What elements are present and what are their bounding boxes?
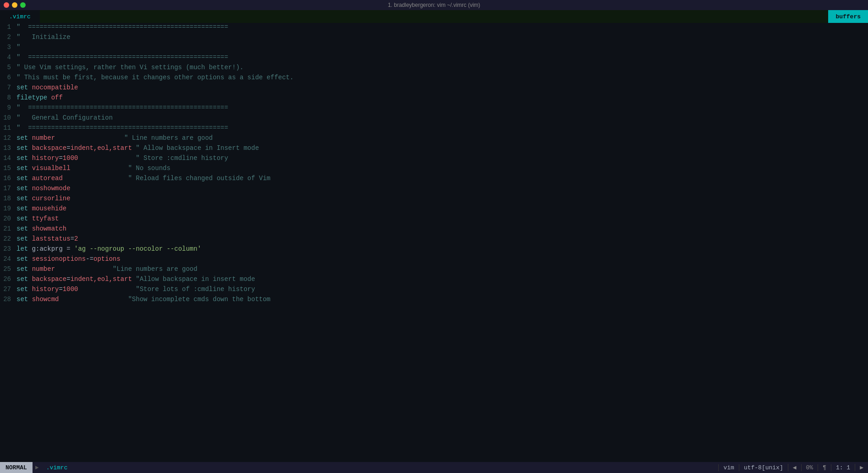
editor-line: 27set history=1000 "Store lots of :cmdli… (0, 285, 868, 295)
line-number: 23 (0, 245, 16, 253)
status-bar: NORMAL ► .vimrc vim utf-8[unix] ◀ 0% ¶ 1… (0, 462, 868, 473)
title-bar: 1. bradleybergeron: vim ~/.vimrc (vim) (0, 0, 868, 10)
code-segment: set (16, 185, 28, 192)
line-number: 22 (0, 235, 16, 242)
mode-indicator: NORMAL (0, 462, 33, 473)
line-number: 21 (0, 225, 16, 232)
code-segment: 2 (74, 235, 78, 242)
code-segment: set (16, 286, 28, 293)
editor-line: 9" =====================================… (0, 104, 868, 114)
editor-line: 1" =====================================… (0, 23, 868, 33)
line-content: " Use Vim settings, rather then Vi setti… (16, 64, 868, 71)
line-number: 20 (0, 215, 16, 222)
code-segment (59, 296, 128, 303)
maximize-button[interactable] (20, 2, 26, 8)
editor-line: 14set history=1000 " Store :cmdline hist… (0, 154, 868, 164)
code-segment (28, 165, 32, 172)
editor-line: 16set autoread " Reload files changed ou… (0, 174, 868, 184)
code-segment: = (59, 154, 62, 162)
code-segment: sessionoptions (32, 255, 86, 263)
code-segment (28, 275, 32, 283)
code-segment: "Allow backspace in insert mode (136, 275, 255, 283)
code-segment: " Initialize (16, 33, 71, 41)
code-segment: let (16, 245, 28, 253)
code-segment: set (16, 215, 28, 222)
line-content: set laststatus=2 (16, 235, 868, 242)
line-content: filetype off (16, 94, 868, 101)
close-button[interactable] (4, 2, 9, 8)
code-segment: ttyfast (32, 215, 59, 222)
status-right: vim utf-8[unix] ◀ 0% ¶ 1: 1 ▶ (718, 464, 868, 471)
line-number: 25 (0, 265, 16, 273)
editor-line: 4" =====================================… (0, 53, 868, 63)
editor-line: 12set number " Line numbers are good (0, 134, 868, 144)
code-segment: set (16, 265, 28, 273)
code-segment (28, 134, 32, 142)
code-segment (78, 286, 136, 293)
code-segment (55, 265, 113, 273)
line-content: set nocompatible (16, 84, 868, 91)
line-content: set cursorline (16, 195, 868, 202)
code-segment: set (16, 225, 28, 232)
editor-line: 18set cursorline (0, 194, 868, 204)
line-content: " This must be first, because it changes… (16, 74, 868, 81)
status-filename: .vimrc (42, 464, 72, 471)
code-segment: set (16, 296, 28, 303)
code-segment: showcmd (32, 296, 59, 303)
line-number: 2 (0, 33, 16, 41)
editor-line: 22set laststatus=2 (0, 235, 868, 245)
editor-line: 6" This must be first, because it change… (0, 73, 868, 83)
code-segment: set (16, 175, 28, 182)
editor-line: 28set showcmd "Show incomplete cmds down… (0, 295, 868, 305)
code-segment (71, 165, 128, 172)
editor-line: 25set number "Line numbers are good (0, 265, 868, 275)
code-segment: "Line numbers are good (113, 265, 197, 273)
status-scroll-right-arrow: ▶ (855, 464, 868, 471)
line-number: 24 (0, 255, 16, 263)
code-segment: number (32, 265, 55, 273)
code-segment: ========================================… (20, 54, 228, 61)
code-segment: "Store lots of :cmdline history (136, 286, 255, 293)
buffers-button[interactable]: buffers (828, 10, 868, 23)
editor-line: 11" ====================================… (0, 124, 868, 134)
line-number: 28 (0, 296, 16, 303)
code-segment (28, 144, 32, 152)
code-segment: cursorline (32, 195, 71, 202)
line-content: " Initialize (16, 33, 868, 41)
editor-line: 3" (0, 43, 868, 53)
code-segment: " Line numbers are good (124, 134, 213, 142)
line-content: " (16, 44, 868, 51)
line-number: 14 (0, 154, 16, 162)
line-content: set number "Line numbers are good (16, 265, 868, 273)
code-segment: history (32, 286, 59, 293)
code-segment: backspace (32, 144, 67, 152)
code-segment (28, 265, 32, 273)
code-segment (28, 286, 32, 293)
code-segment: set (16, 84, 28, 91)
line-number: 13 (0, 144, 16, 152)
line-content: " ======================================… (16, 124, 868, 132)
editor-line: 8filetype off (0, 94, 868, 104)
line-content: " ======================================… (16, 54, 868, 61)
code-segment: autoread (32, 175, 63, 182)
window-title: 1. bradleybergeron: vim ~/.vimrc (vim) (388, 2, 480, 8)
code-segment: g:ackprg = (28, 245, 74, 253)
line-number: 7 (0, 84, 16, 91)
code-segment (28, 296, 32, 303)
code-segment: ========================================… (20, 104, 228, 111)
line-content: set showcmd "Show incomplete cmds down t… (16, 296, 868, 303)
code-segment: " Reload files changed outside of Vim (128, 175, 271, 182)
status-position: 1: 1 (831, 464, 855, 471)
code-segment (28, 185, 32, 192)
code-segment: filetype (16, 94, 47, 101)
code-segment: mousehide (32, 205, 67, 212)
code-segment: set (16, 144, 28, 152)
active-tab[interactable]: .vimrc (0, 10, 40, 23)
line-content: let g:ackprg = 'ag --nogroup --nocolor -… (16, 245, 868, 253)
tab-bar: .vimrc buffers (0, 10, 868, 23)
code-segment: visualbell (32, 165, 71, 172)
status-file-encoding: utf-8[unix] (739, 464, 788, 471)
code-segment: number (32, 134, 55, 142)
minimize-button[interactable] (12, 2, 17, 8)
line-content: set sessionoptions-=options (16, 255, 868, 263)
